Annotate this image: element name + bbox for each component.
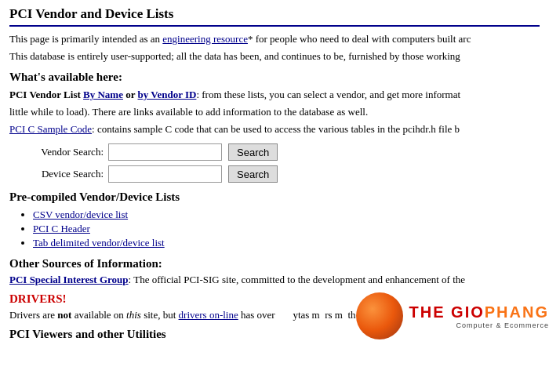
what-available-heading: What's available here: — [9, 71, 540, 84]
precompiled-list: CSV vendor/device list PCI C Header Tab … — [33, 209, 540, 249]
vendor-search-button[interactable]: Search — [228, 143, 278, 161]
tab-delimited-link[interactable]: Tab delimited vendor/device list — [33, 237, 165, 249]
list-item: Tab delimited vendor/device list — [33, 237, 540, 249]
search-section: Vendor Search: Search Device Search: Sea… — [9, 143, 540, 183]
precompiled-title: Pre-compiled Vendor/Device Lists — [9, 191, 540, 204]
csv-link[interactable]: CSV vendor/device list — [33, 209, 128, 220]
by-vendor-id-link[interactable]: by Vendor ID — [138, 89, 197, 100]
device-search-input[interactable] — [108, 165, 222, 183]
vendor-search-input[interactable] — [108, 143, 222, 161]
drivers-text: Drivers are not available on this site, … — [9, 309, 540, 321]
pci-sample-text: PCI C Sample Code: contains sample C cod… — [9, 123, 540, 136]
page-title: PCI Vendor and Device Lists — [9, 6, 540, 27]
by-name-link[interactable]: By Name — [83, 89, 123, 100]
pci-vendor-list-sub: little while to load). There are links a… — [9, 106, 540, 118]
vendor-search-row: Vendor Search: Search — [25, 143, 540, 161]
pci-header-link[interactable]: PCI C Header — [33, 223, 90, 234]
vendor-search-label: Vendor Search: — [25, 146, 104, 158]
engineering-resource-link[interactable]: engineering resource — [162, 33, 248, 45]
pci-vendor-list-text: PCI Vendor List By Name or by Vendor ID:… — [9, 89, 540, 101]
intro-line-1: This page is primarily intended as an en… — [9, 33, 540, 45]
drivers-online-link[interactable]: drivers on-line — [179, 309, 238, 321]
pci-sample-code-link[interactable]: PCI C Sample Code — [9, 123, 92, 135]
drivers-title: DRIVERS! — [9, 292, 540, 306]
other-sources-text: PCI Special Interest Group: The official… — [9, 274, 540, 286]
intro-line-2: This database is entirely user-supported… — [9, 50, 540, 63]
device-search-label: Device Search: — [25, 168, 104, 180]
device-search-button[interactable]: Search — [228, 165, 278, 183]
device-search-row: Device Search: Search — [25, 165, 540, 183]
other-sources-title: Other Sources of Information: — [9, 257, 540, 270]
pci-viewers-title: PCI Viewers and other Utilities — [9, 328, 540, 341]
list-item: PCI C Header — [33, 223, 540, 235]
list-item: CSV vendor/device list — [33, 209, 540, 221]
pci-sig-link[interactable]: PCI Special Interest Group — [9, 274, 129, 285]
